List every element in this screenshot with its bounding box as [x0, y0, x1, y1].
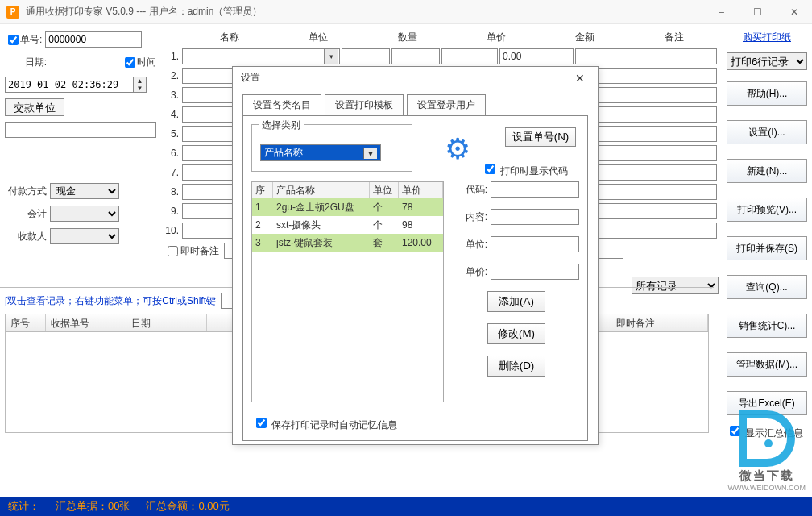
show-code-label: 打印时显示代码 [500, 165, 568, 177]
col-unit: 单位 [274, 31, 362, 44]
category-select[interactable]: 产品名称 [260, 144, 381, 161]
delete-button[interactable]: 删除(D) [487, 356, 545, 377]
show-summary-checkbox[interactable] [730, 426, 740, 436]
product-row[interactable]: 3jstz-键鼠套装套120.00 [252, 234, 443, 252]
query-button[interactable]: 查询(Q)... [727, 275, 807, 299]
time-checkbox[interactable] [125, 57, 135, 68]
price-input[interactable] [491, 264, 579, 280]
instant-note-label: 即时备注 [180, 244, 219, 258]
price-input[interactable] [441, 48, 498, 64]
new-button[interactable]: 新建(N)... [727, 159, 807, 183]
grid-header: 名称 单位 数量 单价 金额 备注 [164, 31, 719, 44]
pay-method-select[interactable]: 现金 [50, 183, 119, 199]
rec-col-seq: 序号 [6, 314, 46, 331]
amount-cell: 0.00 [499, 48, 574, 64]
col-price: 单价 [452, 31, 541, 44]
content-label: 内容: [455, 210, 487, 224]
rec-col-note: 即时备注 [611, 314, 708, 331]
rec-col-num: 收据单号 [46, 314, 126, 331]
payee-label: 收款人 [5, 230, 47, 243]
col-note: 备注 [630, 31, 719, 44]
col-name: 名称 [185, 31, 274, 44]
dialog-title: 设置 [241, 71, 260, 85]
show-code-checkbox[interactable] [485, 164, 495, 174]
number-input[interactable] [45, 31, 142, 48]
right-panel: 购买打印纸 打印6行记录 帮助(H)... 设置(I)... 新建(N)... … [722, 24, 812, 466]
dialog-close-icon[interactable]: ✕ [570, 70, 590, 86]
date-input[interactable] [5, 77, 134, 93]
code-label: 代码: [455, 183, 487, 197]
payee-select[interactable] [50, 228, 119, 244]
content-input[interactable] [491, 209, 579, 225]
date-label: 日期: [5, 56, 47, 69]
price-label: 单价: [455, 265, 487, 279]
tab-template[interactable]: 设置打印模板 [325, 94, 404, 115]
gear-icon: ⚙ [445, 132, 470, 166]
manage-data-button[interactable]: 管理数据(M)... [727, 352, 807, 377]
status-count: 汇总单据：00张 [56, 499, 130, 514]
minimize-icon[interactable]: – [703, 0, 740, 24]
window-controls: – ☐ ✕ [703, 0, 812, 24]
status-bar: 统计： 汇总单据：00张 汇总金额：0.00元 [0, 497, 812, 516]
save-memory-label: 保存打印记录时自动记忆信息 [271, 419, 397, 431]
unit-label: 单位: [455, 238, 487, 252]
settings-button[interactable]: 设置(I)... [727, 120, 807, 144]
maximize-icon[interactable]: ☐ [740, 0, 776, 24]
pt-col-unit: 单位 [370, 182, 399, 198]
number-checkbox[interactable] [8, 35, 19, 45]
rec-col-date: 日期 [126, 314, 207, 331]
show-summary-label: 显示汇总信息 [745, 427, 803, 439]
tab-users[interactable]: 设置登录用户 [407, 94, 486, 115]
instant-note-checkbox[interactable] [168, 246, 178, 256]
tab-items[interactable]: 设置各类名目 [242, 94, 321, 115]
number-label: 单号: [20, 33, 42, 47]
date-spinner[interactable]: ▲▼ [134, 77, 147, 93]
close-icon[interactable]: ✕ [776, 0, 812, 24]
col-qty: 数量 [363, 31, 452, 44]
modify-button[interactable]: 修改(M) [487, 323, 545, 344]
pt-col-name: 产品名称 [273, 182, 370, 198]
set-number-button[interactable]: 设置单号(N) [505, 127, 576, 147]
product-row[interactable]: 12gu-金士顿2GU盘个78 [252, 198, 443, 216]
name-combo[interactable] [182, 48, 340, 64]
product-table[interactable]: 序 产品名称 单位 单价 12gu-金士顿2GU盘个782sxt-摄像头个983… [251, 181, 444, 402]
accountant-label: 会计 [5, 207, 47, 221]
print-save-button[interactable]: 打印并保存(S) [727, 236, 807, 260]
payer-input[interactable] [5, 122, 156, 138]
accountant-select[interactable] [50, 206, 119, 222]
category-legend: 选择类别 [259, 119, 304, 132]
help-button[interactable]: 帮助(H)... [727, 81, 807, 106]
export-excel-button[interactable]: 导出Excel(E) [727, 391, 807, 415]
unit-input[interactable] [491, 236, 579, 252]
note-input[interactable] [575, 48, 717, 64]
titlebar: P 通用收据打印专家 V5.0.9 --- 用户名：admin（管理员） – ☐… [0, 0, 812, 24]
add-button[interactable]: 添加(A) [487, 291, 545, 312]
payer-button[interactable]: 交款单位 [5, 98, 64, 116]
save-memory-checkbox[interactable] [256, 418, 267, 428]
pay-method-label: 付款方式 [5, 185, 47, 198]
status-label: 统计： [8, 499, 39, 514]
status-amount: 汇总金额：0.00元 [146, 499, 229, 514]
pt-col-price: 单价 [399, 182, 443, 198]
app-icon: P [6, 6, 19, 19]
product-row[interactable]: 2sxt-摄像头个98 [252, 216, 443, 234]
time-label: 时间 [137, 56, 156, 69]
col-amount: 金额 [541, 31, 629, 44]
buy-paper-link[interactable]: 购买打印纸 [727, 31, 807, 44]
unit-input[interactable] [342, 48, 390, 64]
settings-dialog: 设置 ✕ 设置各类名目 设置打印模板 设置登录用户 选择类别 产品名称 ⚙ 设置… [232, 66, 599, 445]
title: 通用收据打印专家 V5.0.9 --- 用户名：admin（管理员） [26, 5, 262, 19]
sales-button[interactable]: 销售统计C)... [727, 314, 807, 338]
grid-row: 1. 0.00 [164, 48, 719, 65]
print-lines-select[interactable]: 打印6行记录 [727, 52, 807, 70]
code-input[interactable] [491, 181, 579, 198]
preview-button[interactable]: 打印预览(V)... [727, 198, 807, 222]
pt-col-seq: 序 [252, 182, 273, 198]
qty-input[interactable] [392, 48, 440, 64]
